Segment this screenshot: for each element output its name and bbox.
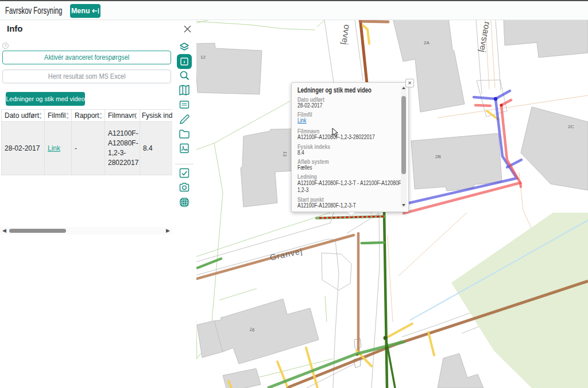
svg-text:roarsvej: roarsvej bbox=[478, 21, 493, 53]
svg-text:12: 12 bbox=[200, 55, 206, 60]
svg-text:13: 13 bbox=[282, 151, 288, 157]
svg-text:2C: 2C bbox=[568, 124, 574, 129]
svg-text:2A: 2A bbox=[424, 40, 430, 45]
svg-text:2B: 2B bbox=[435, 154, 441, 159]
svg-text:Granvej: Granvej bbox=[269, 247, 304, 263]
svg-text:ovvej: ovvej bbox=[340, 24, 352, 45]
